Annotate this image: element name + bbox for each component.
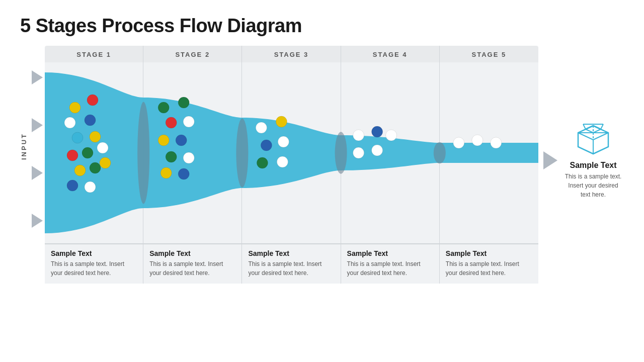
output-arrow bbox=[543, 151, 557, 169]
stage-headers: STAGE 1 STAGE 2 STAGE 3 STAGE 4 STAGE 5 bbox=[45, 46, 538, 62]
stage-text-title-1: Sample Text bbox=[51, 249, 137, 257]
svg-line-47 bbox=[586, 129, 593, 133]
stage-divider-4 bbox=[341, 62, 440, 243]
input-arrow-2 bbox=[32, 118, 43, 132]
svg-line-44 bbox=[578, 133, 593, 140]
stage-text-2: Sample Text This is a sample text. Inser… bbox=[143, 244, 242, 284]
stage-text-1: Sample Text This is a sample text. Inser… bbox=[45, 244, 143, 284]
arrows-column bbox=[32, 53, 43, 244]
stage-header-3: STAGE 3 bbox=[242, 46, 341, 62]
stage-text-title-2: Sample Text bbox=[149, 249, 235, 257]
stage-divider-1 bbox=[45, 62, 143, 243]
stage-text-body-2: This is a sample text. Insert your desir… bbox=[149, 259, 235, 278]
stage-text-body-3: This is a sample text. Insert your desir… bbox=[248, 259, 334, 278]
stage-text-4: Sample Text This is a sample text. Inser… bbox=[341, 244, 440, 284]
main-content: INPUT STAGE 1 STAGE 2 STAGE 3 STAGE 4 ST… bbox=[20, 46, 624, 352]
stage-text-body-5: This is a sample text. Insert your desir… bbox=[446, 259, 532, 278]
input-label-wrapper: INPUT bbox=[20, 51, 45, 242]
output-body: This is a sample text. Insert your desir… bbox=[562, 172, 624, 199]
stage-divider-3 bbox=[242, 62, 341, 243]
svg-line-48 bbox=[593, 129, 601, 133]
stage-header-4: STAGE 4 bbox=[341, 46, 440, 62]
output-section: Sample Text This is a sample text. Inser… bbox=[543, 51, 624, 251]
input-arrow-3 bbox=[32, 166, 43, 180]
output-title: Sample Text bbox=[570, 161, 616, 170]
input-label: INPUT bbox=[20, 133, 28, 160]
funnel-container bbox=[45, 62, 538, 243]
page: 5 Stages Process Flow Diagram INPUT STAG… bbox=[0, 0, 644, 362]
diagram-area: STAGE 1 STAGE 2 STAGE 3 STAGE 4 STAGE 5 bbox=[45, 46, 538, 284]
input-arrow-1 bbox=[32, 70, 43, 84]
stage-header-1: STAGE 1 bbox=[45, 46, 143, 62]
stage-text-body-4: This is a sample text. Insert your desir… bbox=[347, 259, 433, 278]
stage-text-5: Sample Text This is a sample text. Inser… bbox=[440, 244, 538, 284]
input-arrow-4 bbox=[32, 214, 43, 228]
stage-header-5: STAGE 5 bbox=[440, 46, 538, 62]
stage-header-2: STAGE 2 bbox=[143, 46, 242, 62]
stage-text-title-5: Sample Text bbox=[446, 249, 532, 257]
stage-text-title-4: Sample Text bbox=[347, 249, 433, 257]
page-title: 5 Stages Process Flow Diagram bbox=[20, 15, 624, 37]
svg-line-49 bbox=[583, 124, 586, 129]
stage-texts: Sample Text This is a sample text. Inser… bbox=[45, 243, 538, 284]
stage-text-3: Sample Text This is a sample text. Inser… bbox=[242, 244, 341, 284]
stage-grid bbox=[45, 62, 538, 243]
stage-divider-5 bbox=[440, 62, 538, 243]
svg-line-45 bbox=[593, 133, 608, 140]
box-icon bbox=[573, 122, 613, 157]
stage-text-body-1: This is a sample text. Insert your desir… bbox=[51, 259, 137, 278]
stage-text-title-3: Sample Text bbox=[248, 249, 334, 257]
svg-line-50 bbox=[601, 124, 603, 129]
stage-divider-2 bbox=[143, 62, 242, 243]
